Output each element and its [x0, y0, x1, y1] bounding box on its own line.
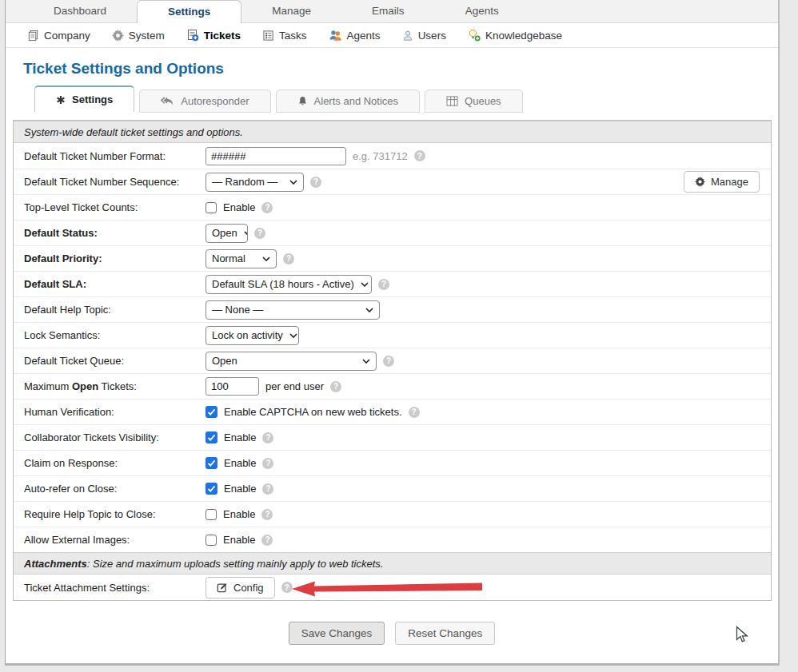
tab-queues[interactable]: Queues	[425, 89, 523, 113]
subnav-item-tickets[interactable]: Tickets	[186, 29, 241, 42]
help-icon[interactable]: ?	[414, 150, 425, 161]
field-label: Claim on Response:	[24, 457, 205, 469]
help-icon[interactable]: ?	[310, 177, 321, 188]
field-control-area: Enable?	[205, 483, 764, 495]
browser-window: DashboardSettingsManageEmailsAgents Comp…	[5, 0, 780, 666]
form-row-require-help-topic-to-close: Require Help Topic to Close:Enable?	[14, 501, 771, 527]
field-label: Maximum Open Tickets:	[24, 380, 205, 392]
lock-semantics-select[interactable]: Lock on activity	[205, 326, 299, 345]
admin-top-nav: DashboardSettingsManageEmailsAgents	[6, 0, 778, 23]
help-icon[interactable]: ?	[330, 381, 341, 392]
subnav-item-company[interactable]: Company	[27, 30, 90, 42]
help-icon[interactable]: ?	[261, 509, 273, 520]
subnav-item-tasks[interactable]: Tasks	[262, 30, 307, 42]
checkbox-label: Enable	[223, 201, 255, 213]
field-label: Lock Semantics:	[24, 329, 205, 341]
require-help-topic-to-close-checkbox[interactable]	[205, 509, 217, 520]
form-row-collaborator-tickets-visibility: Collaborator Tickets Visibility:Enable?	[14, 424, 771, 450]
form-row-default-ticket-number-sequence: Default Ticket Number Sequence:— Random …	[14, 169, 771, 194]
field-control-area: Enable?	[205, 534, 764, 546]
form-row-lock-semantics: Lock Semantics:Lock on activity	[14, 322, 771, 348]
manage-button[interactable]: Manage	[684, 171, 760, 193]
default-sla-select[interactable]: Default SLA (18 hours - Active)	[205, 275, 372, 294]
field-label: Ticket Attachment Settings:	[24, 582, 205, 594]
default-priority-select[interactable]: Normal	[205, 249, 277, 268]
subnav-item-users[interactable]: Users	[402, 30, 446, 42]
field-label: Allow External Images:	[24, 534, 205, 546]
field-control-area: Enable?	[205, 457, 764, 469]
checkbox-label: Enable	[224, 431, 256, 443]
field-label: Top-Level Ticket Counts:	[24, 201, 205, 213]
form-row-auto-refer-on-close: Auto-refer on Close:Enable?	[14, 475, 771, 501]
subnav-item-system[interactable]: System	[112, 30, 165, 42]
default-help-topic-select[interactable]: — None —	[205, 300, 380, 320]
top-tab-manage[interactable]: Manage	[241, 0, 341, 22]
field-label: Default Status:	[24, 227, 205, 239]
check-icon	[207, 408, 216, 416]
top-tab-settings[interactable]: Settings	[137, 0, 241, 23]
field-label: Require Help Topic to Close:	[24, 508, 205, 520]
maximum-open-tickets-input[interactable]	[205, 377, 259, 396]
allow-external-images-checkbox[interactable]	[205, 535, 217, 546]
field-label: Default Ticket Queue:	[24, 355, 205, 367]
tab-settings[interactable]: Settings	[34, 85, 134, 113]
field-label: Auto-refer on Close:	[24, 483, 205, 495]
help-icon[interactable]: ?	[261, 535, 273, 546]
help-icon[interactable]: ?	[262, 432, 273, 443]
form-row-allow-external-images: Allow External Images:Enable?	[14, 527, 771, 552]
help-icon[interactable]: ?	[283, 253, 294, 264]
chevron-down-icon	[362, 359, 370, 364]
form-row-default-help-topic: Default Help Topic:— None —	[14, 296, 771, 322]
tab-alerts-and-notices[interactable]: Alerts and Notices	[276, 89, 421, 113]
default-ticket-number-format-input[interactable]	[205, 147, 346, 165]
default-ticket-number-sequence-select[interactable]: — Random —	[205, 173, 304, 192]
field-control-area: per end user?	[205, 377, 764, 396]
help-icon[interactable]: ?	[281, 582, 293, 593]
collaborator-tickets-visibility-checkbox[interactable]	[205, 431, 217, 443]
default-status-select[interactable]: Open	[205, 224, 248, 243]
help-icon[interactable]: ?	[383, 356, 394, 367]
config-button[interactable]: Config	[205, 577, 275, 598]
default-ticket-queue-select[interactable]: Open	[205, 352, 377, 371]
claim-on-response-checkbox[interactable]	[205, 457, 217, 469]
top-level-ticket-counts-checkbox[interactable]	[205, 202, 217, 213]
chevron-down-icon	[262, 256, 270, 261]
help-icon[interactable]: ?	[409, 407, 420, 418]
bell-icon	[297, 96, 308, 107]
form-actions: Save Changes Reset Changes	[6, 622, 778, 645]
subnav-item-agents[interactable]: Agents	[329, 30, 381, 42]
save-changes-button[interactable]: Save Changes	[289, 622, 385, 645]
human-verification-checkbox[interactable]	[205, 406, 217, 418]
field-control-area: Enable?	[205, 431, 764, 443]
check-icon	[207, 485, 216, 492]
help-icon[interactable]: ?	[378, 279, 389, 290]
top-tab-dashboard[interactable]: Dashboard	[23, 0, 137, 22]
agents-icon	[329, 30, 342, 42]
checkbox-label: Enable	[223, 508, 255, 520]
checkbox-label: Enable	[223, 534, 255, 546]
admin-sub-nav: CompanySystemTicketsTasksAgentsUsersKnow…	[6, 23, 778, 48]
field-control-area: — None —	[205, 300, 764, 320]
subnav-item-knowledgebase[interactable]: Knowledgebase	[468, 29, 562, 42]
field-control-area: — Random —?Manage	[205, 171, 764, 193]
field-suffix: e.g. 731712	[353, 150, 408, 162]
tab-autoresponder[interactable]: Autoresponder	[139, 89, 270, 113]
form-row-claim-on-response: Claim on Response:Enable?	[14, 450, 771, 475]
top-tab-emails[interactable]: Emails	[341, 0, 435, 22]
help-icon[interactable]: ?	[262, 483, 273, 495]
top-tab-agents[interactable]: Agents	[435, 0, 529, 22]
checkbox-label: Enable	[224, 457, 256, 469]
reset-changes-button[interactable]: Reset Changes	[395, 622, 495, 645]
help-icon[interactable]: ?	[261, 202, 273, 213]
field-label: Default Ticket Number Sequence:	[24, 176, 205, 188]
chevron-down-icon	[361, 282, 369, 287]
field-label: Default Priority:	[24, 252, 205, 264]
field-control-area: Lock on activity	[205, 326, 764, 345]
help-icon[interactable]: ?	[262, 458, 273, 469]
table-icon	[446, 96, 458, 106]
auto-refer-on-close-checkbox[interactable]	[205, 483, 217, 495]
system-gear-icon	[112, 30, 124, 42]
chevron-down-icon	[244, 231, 248, 236]
field-control-area: Open?	[205, 224, 764, 243]
help-icon[interactable]: ?	[254, 228, 265, 239]
